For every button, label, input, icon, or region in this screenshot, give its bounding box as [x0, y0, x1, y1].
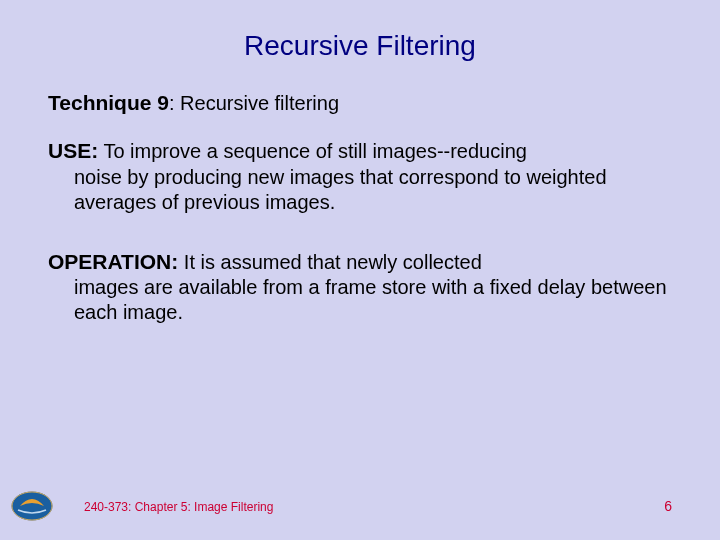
use-rest: noise by producing new images that corre… [74, 165, 672, 215]
use-block: USE: To improve a sequence of still imag… [48, 138, 672, 214]
slide-title: Recursive Filtering [48, 30, 672, 62]
operation-rest: images are available from a frame store … [74, 275, 672, 325]
technique-line: Technique 9: Recursive filtering [48, 90, 672, 116]
use-first-line: To improve a sequence of still images--r… [98, 140, 527, 162]
operation-label: OPERATION: [48, 250, 178, 273]
slide-body: Technique 9: Recursive filtering USE: To… [48, 90, 672, 325]
operation-block: OPERATION: It is assumed that newly coll… [48, 249, 672, 325]
slide: Recursive Filtering Technique 9: Recursi… [0, 0, 720, 540]
operation-first-line: It is assumed that newly collected [178, 251, 481, 273]
page-number: 6 [664, 498, 672, 514]
footer-chapter: 240-373: Chapter 5: Image Filtering [84, 500, 273, 514]
footer: 240-373: Chapter 5: Image Filtering 6 [0, 498, 720, 514]
technique-label: Technique 9 [48, 91, 169, 114]
spacer [48, 237, 672, 249]
technique-sep: : [169, 92, 180, 114]
use-label: USE: [48, 139, 98, 162]
technique-text: Recursive filtering [180, 92, 339, 114]
